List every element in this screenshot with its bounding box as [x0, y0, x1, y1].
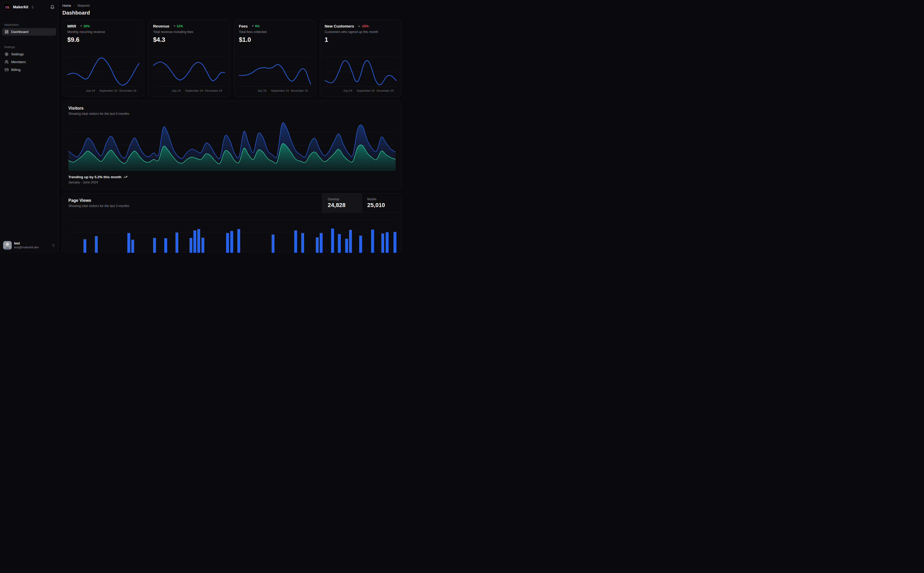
bar — [349, 230, 352, 253]
avatar — [3, 241, 12, 250]
chevron-right-icon — [73, 5, 75, 7]
settings-icon — [5, 52, 9, 56]
user-name: test — [14, 241, 39, 246]
stat-value: $9.6 — [67, 36, 139, 43]
stat-card-mrr: MRR 20% Monthly recurring revenue $9.6 J… — [63, 20, 144, 97]
bar — [345, 239, 348, 253]
bar — [386, 232, 389, 253]
x-axis-labels: July 24September 24December 24 — [239, 89, 311, 94]
layout-dashboard-icon — [5, 30, 9, 34]
trending-up-icon — [124, 175, 127, 179]
bar — [190, 238, 192, 253]
sidebar-item-members[interactable]: Members — [2, 58, 56, 66]
bar — [394, 232, 396, 253]
x-axis-labels: July 24September 24December 24 — [325, 89, 397, 94]
chevrons-up-down-icon — [31, 5, 34, 9]
sidebar-item-settings[interactable]: Settings — [2, 50, 56, 58]
dashboard-app: m Makerkit Application Dashboard Setting… — [0, 0, 408, 253]
trend-badge: 12% — [173, 24, 183, 28]
arrow-up-icon — [80, 25, 83, 28]
stat-title: Fees — [239, 24, 248, 28]
breadcrumb-home-link[interactable]: Home — [63, 4, 71, 8]
sidebar-item-dashboard[interactable]: Dashboard — [2, 28, 56, 36]
stat-subtitle: Total fees collected — [239, 30, 311, 34]
bar — [338, 234, 341, 253]
visitors-card: Visitors Showing total visitors for the … — [63, 101, 402, 189]
x-axis-labels: July 24September 24December 24 — [153, 89, 225, 94]
credit-card-icon — [5, 68, 9, 72]
visitors-trend: Trending up by 5.2% this month — [68, 175, 395, 179]
page-views-title: Page Views — [68, 198, 317, 203]
x-axis-labels: July 24September 24December 24 — [67, 89, 139, 94]
nav-section-settings: Settings — [2, 43, 56, 50]
stat-card-revenue: Revenue 12% Total revenue including fees… — [148, 20, 230, 97]
user-meta: test test@makerkit.dev — [14, 241, 39, 249]
users-icon — [5, 60, 9, 64]
bar — [83, 239, 86, 253]
bar — [131, 240, 134, 253]
workspace-selector[interactable]: m Makerkit — [0, 0, 58, 13]
stats-grid: MRR 20% Monthly recurring revenue $9.6 J… — [63, 20, 402, 97]
stat-card-new-customers: New Customers -25% Customers who signed … — [320, 20, 402, 97]
stat-subtitle: Total revenue including fees — [153, 30, 225, 34]
breadcrumb: Home Makerkit — [63, 4, 402, 8]
fees-sparkline-chart — [239, 56, 311, 87]
page-views-subtitle: Showing total visitors for the last 3 mo… — [68, 204, 317, 208]
sidebar: m Makerkit Application Dashboard Setting… — [0, 0, 58, 253]
toggle-value: 25,010 — [367, 202, 396, 208]
bar — [201, 238, 204, 253]
toggle-value: 24,828 — [328, 202, 357, 208]
page-views-card: Page Views Showing total visitors for th… — [63, 193, 402, 253]
user-menu[interactable]: test test@makerkit.dev — [0, 238, 58, 253]
bar — [95, 236, 98, 253]
bar — [320, 233, 323, 253]
arrow-up-icon — [251, 25, 254, 28]
workspace-name: Makerkit — [13, 5, 28, 9]
bar — [381, 233, 384, 253]
arrow-up-icon — [173, 25, 176, 28]
bar — [271, 235, 275, 253]
stat-title: Revenue — [153, 24, 169, 28]
mrr-sparkline-chart — [67, 56, 139, 87]
stat-subtitle: Customers who signed up this month — [325, 30, 397, 34]
bar — [237, 229, 240, 253]
stat-title: New Customers — [325, 24, 354, 28]
bar — [153, 238, 156, 253]
page-views-bar-chart — [68, 216, 395, 253]
visitors-title: Visitors — [68, 106, 395, 111]
toggle-mobile[interactable]: Mobile 25,010 — [362, 194, 401, 213]
revenue-sparkline-chart — [153, 56, 225, 87]
page-views-header: Page Views Showing total visitors for th… — [63, 194, 401, 213]
bar — [226, 233, 229, 253]
stat-title: MRR — [67, 24, 76, 28]
sidebar-item-label: Settings — [11, 52, 24, 56]
bar — [331, 229, 334, 253]
bell-icon[interactable] — [50, 5, 55, 9]
bar — [176, 232, 178, 253]
sidebar-nav: Application Dashboard Settings Settings … — [0, 13, 58, 238]
visitors-area-chart — [68, 120, 395, 171]
sidebar-item-label: Members — [11, 60, 26, 64]
bar — [301, 233, 304, 253]
bar — [294, 230, 297, 253]
stat-card-fees: Fees 9% Total fees collected $1.0 July 2… — [234, 20, 316, 97]
visitors-subtitle: Showing total visitors for the last 6 mo… — [68, 112, 395, 116]
sidebar-item-billing[interactable]: Billing — [2, 66, 56, 74]
toggle-desktop[interactable]: Desktop 24,828 — [322, 194, 362, 213]
sidebar-item-label: Billing — [11, 68, 20, 72]
user-email: test@makerkit.dev — [14, 246, 39, 249]
bar — [230, 231, 233, 253]
page-title: Dashboard — [63, 10, 402, 16]
bar — [359, 236, 362, 253]
trend-badge: 20% — [80, 24, 90, 28]
bar — [164, 238, 167, 253]
stat-subtitle: Monthly recurring revenue — [67, 30, 139, 34]
bar — [371, 230, 374, 253]
stat-value: 1 — [325, 36, 397, 43]
bar — [127, 233, 130, 253]
sidebar-item-label: Dashboard — [11, 30, 28, 34]
makerkit-logo: m — [4, 3, 11, 11]
stat-value: $1.0 — [239, 36, 311, 43]
toggle-label: Desktop — [328, 197, 357, 201]
arrow-down-icon — [358, 25, 361, 28]
